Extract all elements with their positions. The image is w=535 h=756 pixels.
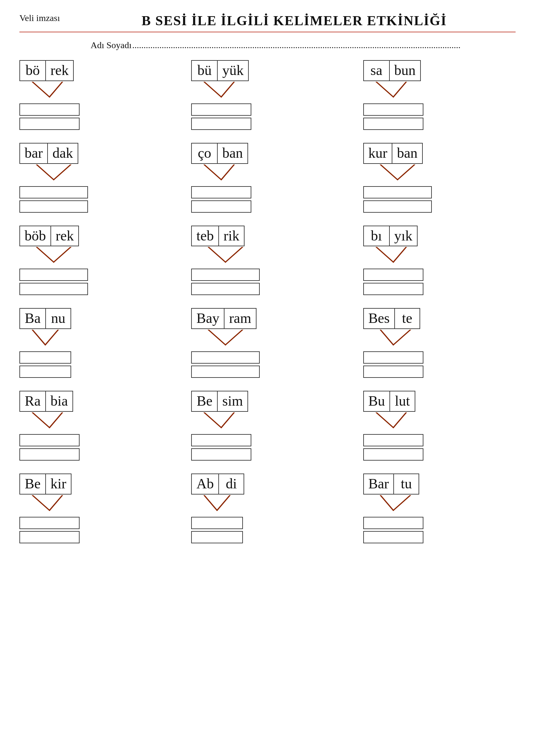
v-connector xyxy=(363,247,423,266)
answer-boxes xyxy=(19,103,80,130)
word-item-12: Rabia xyxy=(19,391,172,461)
v-connector xyxy=(191,495,243,514)
syllables-row: sabun xyxy=(363,60,421,81)
answer-box-1[interactable] xyxy=(191,351,260,364)
syllable-box-1: Be xyxy=(191,391,217,412)
svg-line-22 xyxy=(380,330,393,345)
answer-box-2[interactable] xyxy=(363,118,423,130)
answer-box-2[interactable] xyxy=(19,201,88,213)
answer-box-1[interactable] xyxy=(191,517,243,529)
answer-boxes xyxy=(19,186,88,213)
answer-boxes xyxy=(191,103,251,130)
syllable-box-2: nu xyxy=(45,308,71,329)
v-connector xyxy=(191,247,260,266)
answer-box-1[interactable] xyxy=(19,186,88,199)
svg-line-10 xyxy=(380,165,398,180)
word-item-11: Beste xyxy=(363,308,516,378)
answer-box-2[interactable] xyxy=(191,531,243,543)
svg-line-21 xyxy=(225,330,242,345)
answer-box-2[interactable] xyxy=(19,118,80,130)
answer-box-2[interactable] xyxy=(363,365,423,378)
svg-line-6 xyxy=(37,165,54,180)
answer-box-1[interactable] xyxy=(363,269,423,281)
word-item-7: tebrik xyxy=(191,226,344,295)
v-connector xyxy=(363,413,423,431)
syllable-box-2: ban xyxy=(392,143,423,164)
answer-box-2[interactable] xyxy=(19,283,88,295)
syllables-row: Banu xyxy=(19,308,71,329)
answer-box-1[interactable] xyxy=(19,351,71,364)
answer-box-1[interactable] xyxy=(19,434,80,446)
svg-line-1 xyxy=(49,82,62,97)
syllable-box-1: Ba xyxy=(19,308,45,329)
svg-line-12 xyxy=(37,247,54,262)
svg-line-2 xyxy=(204,82,221,97)
syllable-box-1: bı xyxy=(363,226,389,247)
v-connector xyxy=(363,165,432,184)
answer-box-1[interactable] xyxy=(191,269,260,281)
syllable-box-2: ban xyxy=(217,143,248,164)
answer-boxes xyxy=(191,434,251,461)
v-connector xyxy=(19,82,80,101)
syllable-box-1: teb xyxy=(191,226,218,247)
answer-boxes xyxy=(363,269,423,295)
syllable-box-1: ço xyxy=(191,143,217,164)
word-item-15: Bekir xyxy=(19,473,172,543)
svg-line-17 xyxy=(393,247,406,262)
v-connector xyxy=(191,330,260,349)
syllables-row: Rabia xyxy=(19,391,73,412)
syllable-box-2: di xyxy=(218,473,244,495)
page-title: B SESİ İLE İLGİLİ KELİMELER ETKİNLİĞİ xyxy=(73,13,516,28)
syllable-box-1: Bes xyxy=(363,308,394,329)
answer-box-1[interactable] xyxy=(363,186,432,199)
syllable-box-2: lut xyxy=(389,391,415,412)
svg-line-34 xyxy=(380,495,393,510)
svg-line-30 xyxy=(32,495,49,510)
v-connector xyxy=(191,413,251,431)
syllable-box-1: Bu xyxy=(363,391,389,412)
answer-box-1[interactable] xyxy=(363,517,423,529)
answer-box-2[interactable] xyxy=(19,531,80,543)
answer-boxes xyxy=(19,434,80,461)
red-divider xyxy=(19,32,516,32)
svg-line-32 xyxy=(204,495,217,510)
v-connector xyxy=(19,330,71,349)
svg-line-28 xyxy=(376,413,393,428)
answer-box-2[interactable] xyxy=(19,365,71,378)
answer-box-1[interactable] xyxy=(191,434,251,446)
svg-line-16 xyxy=(376,247,393,262)
syllable-box-2: dak xyxy=(47,143,78,164)
syllable-box-1: sa xyxy=(363,60,389,81)
syllables-row: bardak xyxy=(19,143,78,164)
answer-box-1[interactable] xyxy=(191,103,251,116)
syllable-box-2: tu xyxy=(393,473,419,495)
answer-box-2[interactable] xyxy=(363,201,432,213)
answer-box-2[interactable] xyxy=(191,283,260,295)
answer-box-1[interactable] xyxy=(363,103,423,116)
answer-box-2[interactable] xyxy=(191,448,251,461)
syllable-box-2: rek xyxy=(50,226,79,247)
answer-box-2[interactable] xyxy=(363,448,423,461)
answer-box-1[interactable] xyxy=(363,434,423,446)
answer-box-2[interactable] xyxy=(363,531,423,543)
answer-box-1[interactable] xyxy=(19,103,80,116)
veli-label: Veli imzası xyxy=(19,13,60,23)
svg-line-11 xyxy=(398,165,415,180)
answer-box-1[interactable] xyxy=(191,186,251,199)
syllable-box-2: bun xyxy=(389,60,421,81)
answer-box-2[interactable] xyxy=(19,448,80,461)
answer-box-2[interactable] xyxy=(191,365,260,378)
answer-boxes xyxy=(19,269,88,295)
answer-box-1[interactable] xyxy=(19,517,80,529)
answer-box-1[interactable] xyxy=(19,269,88,281)
answer-boxes xyxy=(191,351,260,378)
answer-box-2[interactable] xyxy=(363,283,423,295)
word-item-2: sabun xyxy=(363,60,516,130)
answer-box-2[interactable] xyxy=(191,118,251,130)
svg-line-24 xyxy=(32,413,49,428)
syllables-row: böbrek xyxy=(19,226,79,247)
svg-line-18 xyxy=(32,330,45,345)
answer-box-1[interactable] xyxy=(363,351,423,364)
svg-line-13 xyxy=(54,247,71,262)
answer-box-2[interactable] xyxy=(191,201,251,213)
